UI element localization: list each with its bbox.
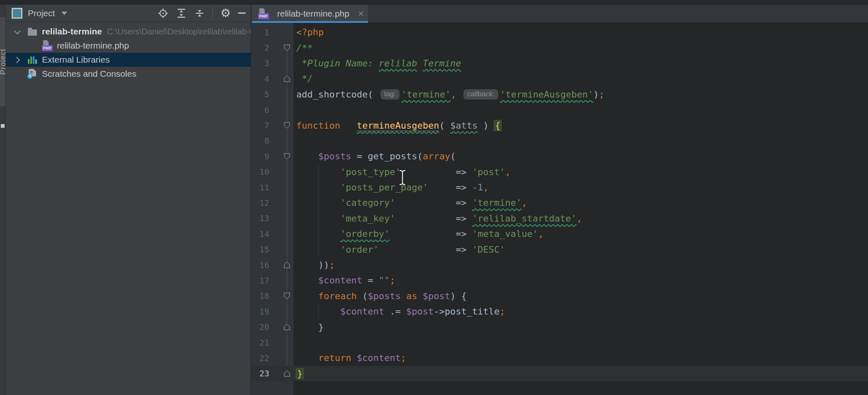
- code-text[interactable]: function termineAusgeben( $atts ) {: [293, 120, 868, 131]
- code-token: ;: [401, 353, 406, 363]
- code-text[interactable]: *Plugin Name: relilab Termine: [293, 58, 868, 68]
- locate-file-icon[interactable]: [158, 8, 168, 19]
- line-number[interactable]: 18: [251, 291, 271, 301]
- code-text[interactable]: 'meta_key' => 'relilab_startdate',: [293, 213, 868, 224]
- code-token: [401, 167, 456, 177]
- line-number[interactable]: 15: [251, 244, 271, 254]
- code-text[interactable]: foreach ($posts as $post) {: [293, 291, 868, 301]
- fold-marker-end[interactable]: [284, 370, 290, 377]
- tree-item-label: relilab-termine: [42, 27, 102, 37]
- code-token: [296, 244, 340, 255]
- line-number[interactable]: 4: [251, 74, 271, 84]
- code-text[interactable]: */: [293, 73, 868, 84]
- line-number[interactable]: 3: [251, 58, 271, 68]
- code-text[interactable]: $content .= $post->post_title;: [293, 306, 868, 317]
- line-number[interactable]: 12: [251, 198, 271, 208]
- project-panel: Project ⚙: [6, 5, 251, 395]
- line-number[interactable]: 22: [251, 353, 271, 363]
- code-token: [296, 275, 318, 285]
- line-number[interactable]: 7: [251, 120, 271, 130]
- code-line-11: 11 'posts_per_page' => -1,: [251, 180, 868, 195]
- chevron-down-icon[interactable]: [14, 28, 21, 34]
- chevron-down-icon[interactable]: [61, 12, 67, 15]
- line-number[interactable]: 16: [251, 260, 271, 270]
- line-number[interactable]: 8: [251, 136, 271, 146]
- fold-marker-end[interactable]: [284, 324, 290, 330]
- code-token: [379, 244, 456, 255]
- code-token: 'termine': [401, 89, 451, 100]
- code-token: [296, 229, 340, 239]
- code-token: [296, 306, 340, 317]
- code-text[interactable]: return $content;: [293, 353, 868, 363]
- tree-item-php-file[interactable]: PHPrelilab-termine.php: [6, 39, 251, 53]
- code-line-1: 1<?php: [251, 24, 868, 40]
- line-number[interactable]: 14: [251, 229, 271, 239]
- line-number[interactable]: 20: [251, 322, 271, 332]
- fold-marker-end[interactable]: [284, 76, 290, 82]
- code-text[interactable]: 'order' => 'DESC': [293, 244, 868, 255]
- code-text[interactable]: /**: [293, 43, 868, 53]
- project-panel-title[interactable]: Project: [28, 8, 55, 18]
- line-number[interactable]: 1: [251, 27, 271, 37]
- editor-body[interactable]: 1<?php2/**3 *Plugin Name: relilab Termin…: [251, 23, 868, 395]
- fold-marker-end[interactable]: [284, 262, 290, 268]
- line-number[interactable]: 10: [251, 167, 271, 177]
- line-number[interactable]: 2: [251, 43, 271, 53]
- tab-close-icon[interactable]: ×: [358, 10, 364, 18]
- code-text[interactable]: 'category' => 'termine',: [293, 198, 868, 208]
- code-line-23: 23}: [251, 366, 868, 381]
- editor-area: PHP relilab-termine.php × 1<?php2/**3 *P…: [251, 5, 868, 395]
- code-token: ;: [500, 306, 505, 317]
- code-text[interactable]: }: [293, 322, 868, 332]
- line-number[interactable]: 21: [251, 338, 271, 348]
- code-token: 'post': [472, 167, 505, 177]
- line-number[interactable]: 17: [251, 276, 271, 285]
- expand-all-icon[interactable]: [176, 8, 187, 19]
- tab-relilab-termine-php[interactable]: PHP relilab-termine.php ×: [252, 5, 368, 22]
- php-file-icon: PHP: [42, 40, 53, 51]
- fold-marker-start[interactable]: [284, 153, 290, 160]
- code-text[interactable]: 'post_type' => 'post',: [293, 167, 868, 177]
- code-text[interactable]: ));: [293, 260, 868, 270]
- chevron-right-icon[interactable]: [13, 56, 20, 63]
- fold-marker-start[interactable]: [284, 44, 290, 51]
- line-number[interactable]: 13: [251, 213, 271, 223]
- code-line-21: 21: [251, 335, 868, 350]
- code-token: array: [423, 151, 450, 161]
- code-token: [401, 291, 406, 301]
- line-number[interactable]: 6: [251, 105, 271, 115]
- code-token: ->post_title: [434, 306, 500, 317]
- tree-item-external-libraries[interactable]: External Libraries: [6, 53, 251, 67]
- code-text[interactable]: 'orderby' => 'meta_value',: [293, 229, 868, 239]
- line-number[interactable]: 9: [251, 151, 271, 161]
- code-token: [296, 213, 340, 224]
- code-text[interactable]: <?php: [293, 27, 868, 37]
- scratches-icon: >: [27, 69, 37, 79]
- hide-panel-icon[interactable]: [238, 12, 246, 14]
- code-token: [340, 120, 357, 131]
- code-text[interactable]: }: [293, 368, 868, 379]
- code-line-5: 5add_shortcode( tag:'termine', callback:…: [251, 87, 868, 102]
- code-text[interactable]: 'posts_per_page' => -1,: [293, 182, 868, 193]
- code-token: ;: [329, 260, 334, 270]
- code-line-20: 20 }: [251, 319, 868, 334]
- fold-marker-start[interactable]: [284, 122, 290, 129]
- line-number[interactable]: 23: [251, 368, 271, 378]
- code-line-13: 13 'meta_key' => 'relilab_startdate',: [251, 211, 868, 226]
- code-text[interactable]: $content = "";: [293, 275, 868, 285]
- code-token: 'meta_key': [340, 213, 395, 224]
- code-token: ,: [538, 229, 544, 239]
- line-number[interactable]: 5: [251, 89, 271, 99]
- line-number[interactable]: 11: [251, 183, 271, 193]
- settings-gear-icon[interactable]: ⚙: [220, 8, 231, 19]
- line-number[interactable]: 19: [251, 307, 271, 317]
- stripe-tool-icon[interactable]: [1, 124, 5, 128]
- tab-title: relilab-termine.php: [277, 9, 358, 19]
- tree-item-root[interactable]: relilab-termineC:\Users\Daniel\Desktop\r…: [6, 24, 251, 39]
- code-text[interactable]: add_shortcode( tag:'termine', callback:'…: [293, 89, 868, 100]
- code-token: [390, 229, 456, 239]
- tree-item-scratches[interactable]: >Scratches and Consoles: [6, 67, 251, 81]
- collapse-all-icon[interactable]: [194, 8, 205, 19]
- fold-marker-start[interactable]: [284, 293, 290, 299]
- code-text[interactable]: $posts = get_posts(array(: [293, 151, 868, 161]
